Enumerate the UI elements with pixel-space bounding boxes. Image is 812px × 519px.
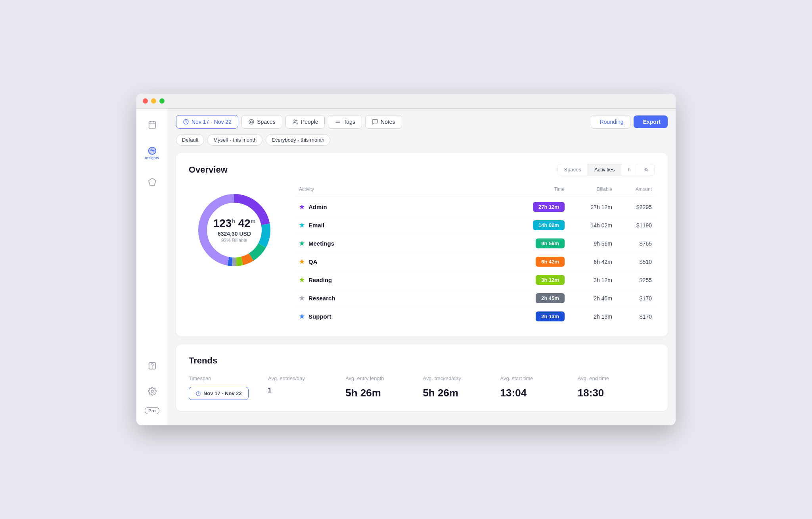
filter-tab-myself[interactable]: Myself - this month	[207, 134, 262, 146]
amount-cell: $2295	[612, 204, 652, 210]
trends-date-label: Nov 17 - Nov 22	[203, 390, 242, 396]
filter-tab-everybody[interactable]: Everybody - this month	[266, 134, 330, 146]
tags-label: Tags	[343, 119, 355, 125]
sidebar-item-calendar[interactable]	[143, 115, 162, 134]
billable-cell: 14h 02m	[565, 222, 612, 229]
time-cell: 9h 56m	[501, 238, 565, 248]
content-area: Nov 17 - Nov 22 Spaces	[168, 109, 676, 425]
donut-center: 123h 42m 6324,30 USD 93% Billable	[213, 217, 256, 243]
activity-name: ★ Reading	[299, 276, 501, 284]
table-row: ★ Reading 3h 12m 3h 12m $255	[296, 271, 655, 289]
col-billable: Billable	[565, 186, 612, 192]
billable-cell: 9h 56m	[565, 240, 612, 247]
overview-header: Overview Spaces Activities h %	[189, 164, 655, 175]
trends-value-entry-length: 5h 26m	[345, 387, 423, 399]
tags-button[interactable]: Tags	[328, 115, 362, 129]
svg-point-10	[249, 119, 254, 124]
overview-title: Overview	[189, 165, 557, 175]
notes-button[interactable]: Notes	[365, 115, 402, 129]
donut-time: 123h 42m	[213, 217, 256, 230]
toggle-spaces[interactable]: Spaces	[558, 164, 588, 175]
trends-col-timespan: Timespan Nov 17 - Nov 22	[189, 375, 268, 400]
app-window: Insights	[136, 94, 676, 425]
activity-name: ★ Support	[299, 313, 501, 320]
trends-value-tracked: 5h 26m	[423, 387, 500, 399]
time-cell: 2h 13m	[501, 311, 565, 321]
time-cell: 2h 45m	[501, 293, 565, 303]
activity-name: ★ Admin	[299, 203, 501, 211]
traffic-lights	[143, 98, 165, 104]
svg-point-11	[251, 121, 253, 123]
donut-hours: 123	[213, 217, 232, 229]
billable-cell: 2h 45m	[565, 295, 612, 302]
sidebar-item-help[interactable]	[143, 356, 162, 375]
star-icon: ★	[299, 240, 304, 247]
help-icon	[148, 361, 157, 370]
trends-header-entry-length: Avg. entry length	[345, 375, 423, 381]
maximize-button[interactable]	[159, 98, 165, 104]
sidebar-item-insights[interactable]: Insights	[143, 144, 162, 163]
activity-label: Email	[308, 222, 324, 229]
svg-point-12	[294, 120, 295, 121]
date-range-button[interactable]: Nov 17 - Nov 22	[176, 115, 238, 129]
trends-value-start-time: 13:04	[500, 387, 578, 399]
trends-date-button[interactable]: Nov 17 - Nov 22	[189, 387, 249, 400]
close-button[interactable]	[143, 98, 148, 104]
table-row: ★ Meetings 9h 56m 9h 56m $765	[296, 235, 655, 253]
trends-header-timespan: Timespan	[189, 375, 268, 381]
svg-rect-0	[149, 122, 155, 129]
svg-point-7	[152, 368, 152, 368]
trends-col-start-time: Avg. start time 13:04	[500, 375, 578, 400]
activity-table: Activity Time Billable Amount ★ Admin 27…	[296, 186, 655, 325]
amount-cell: $510	[612, 259, 652, 265]
table-row: ★ QA 6h 42m 6h 42m $510	[296, 253, 655, 271]
time-cell: 14h 02m	[501, 220, 565, 230]
trends-header-entries: Avg. entries/day	[268, 375, 345, 381]
toggle-percent[interactable]: %	[637, 164, 655, 175]
spaces-button[interactable]: Spaces	[241, 115, 282, 129]
time-badge: 9h 56m	[536, 238, 565, 248]
insights-icon	[148, 146, 157, 155]
activity-label: Reading	[308, 277, 332, 283]
filter-tab-default[interactable]: Default	[176, 134, 204, 146]
time-badge: 27h 12m	[533, 202, 565, 212]
minimize-button[interactable]	[151, 98, 156, 104]
pro-badge[interactable]: Pro	[145, 407, 159, 414]
people-button[interactable]: People	[285, 115, 325, 129]
trends-value-entries: 1	[268, 387, 345, 394]
donut-minutes: 42	[238, 217, 251, 229]
trends-header-tracked: Avg. tracked/day	[423, 375, 500, 381]
time-badge: 6h 42m	[536, 257, 565, 267]
activity-label: Support	[308, 313, 331, 320]
activity-label: Meetings	[308, 240, 334, 247]
export-button[interactable]: Export	[634, 115, 668, 128]
settings-icon	[148, 387, 157, 396]
activity-label: Research	[308, 295, 335, 302]
donut-billable: 93% Billable	[213, 238, 256, 243]
trends-clock-icon	[195, 391, 201, 396]
trends-col-tracked: Avg. tracked/day 5h 26m	[423, 375, 500, 400]
amount-cell: $765	[612, 240, 652, 247]
activity-rows: ★ Admin 27h 12m 27h 12m $2295 ★ Email 14…	[296, 198, 655, 325]
toggle-hours[interactable]: h	[621, 164, 637, 175]
toggle-activities[interactable]: Activities	[588, 164, 621, 175]
star-icon: ★	[299, 203, 304, 211]
insights-label: Insights	[145, 156, 159, 160]
toggle-group: Spaces Activities h %	[557, 164, 655, 175]
time-badge: 2h 13m	[536, 311, 565, 321]
activity-table-header: Activity Time Billable Amount	[296, 186, 655, 196]
billable-cell: 3h 12m	[565, 277, 612, 283]
time-badge: 14h 02m	[533, 220, 565, 230]
table-row: ★ Research 2h 45m 2h 45m $170	[296, 289, 655, 308]
sidebar-item-settings[interactable]	[143, 382, 162, 401]
sidebar-item-diamond[interactable]	[143, 172, 162, 191]
activity-name: ★ QA	[299, 258, 501, 265]
rounding-button[interactable]: Rounding	[591, 115, 630, 129]
donut-container: 123h 42m 6324,30 USD 93% Billable	[189, 186, 280, 274]
spaces-icon	[248, 119, 255, 125]
main-layout: Insights	[136, 109, 676, 425]
trends-header-start-time: Avg. start time	[500, 375, 578, 381]
billable-cell: 27h 12m	[565, 204, 612, 210]
donut-minutes-suffix: m	[251, 218, 255, 224]
time-badge: 3h 12m	[536, 275, 565, 285]
